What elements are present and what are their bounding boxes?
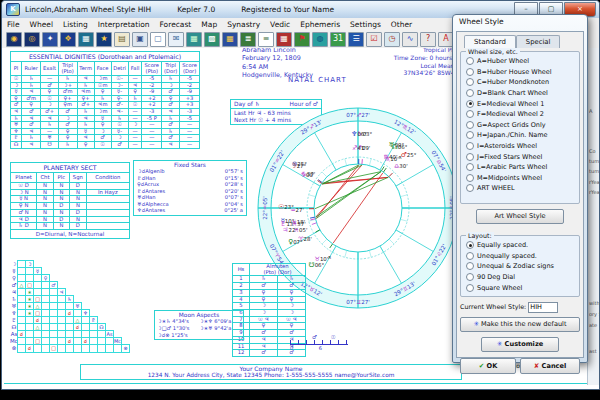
cell: — bbox=[142, 142, 162, 149]
essential-dignities-table: ESSENTIAL DIGNITIES (Dorothean and Ptole… bbox=[10, 51, 200, 149]
svg-text:♒27': ♒27' bbox=[290, 206, 304, 213]
menu-vedic[interactable]: Vedic bbox=[265, 20, 295, 29]
cancel-button[interactable]: ✘ Cancel bbox=[520, 358, 580, 374]
aspect-grid-icon[interactable]: ▦ bbox=[222, 32, 238, 47]
col-header: Tripl (Pto) bbox=[58, 62, 77, 76]
ok-button[interactable]: ✔ OK bbox=[460, 358, 516, 374]
menu-ephemeris[interactable]: Ephemeris bbox=[295, 20, 345, 29]
dialog-tabs: Standard Special bbox=[464, 35, 580, 48]
sect-title: PLANETARY SECT bbox=[10, 162, 130, 172]
new-page-icon[interactable]: ▢ bbox=[150, 32, 166, 47]
col-header: Ruler bbox=[22, 62, 41, 76]
chart-date: February 12, 1809 bbox=[242, 54, 313, 62]
page-list-icon[interactable]: ≡ bbox=[258, 32, 274, 47]
open-file-icon[interactable]: ▤ bbox=[114, 32, 130, 47]
option-b-huber-house-wheel[interactable]: B=Huber House Wheel bbox=[466, 67, 576, 78]
graph-icon[interactable]: ∿ bbox=[402, 32, 418, 47]
check-box-icon[interactable]: ☑ bbox=[366, 32, 382, 47]
menu-settings[interactable]: Settings bbox=[345, 20, 386, 29]
menu-file[interactable]: File bbox=[2, 20, 25, 29]
option-d-blank-chart-wheel[interactable]: D=Blank Chart Wheel bbox=[466, 88, 576, 99]
map-flag-icon[interactable]: ⚑ bbox=[294, 32, 310, 47]
cell bbox=[86, 196, 129, 203]
ruler-label-6: 6 bbox=[319, 345, 322, 351]
radio-icon bbox=[466, 110, 474, 118]
layout-90-deg-dial[interactable]: 90 Deg Dial bbox=[466, 272, 576, 283]
radio-icon bbox=[466, 153, 474, 161]
cell: D bbox=[70, 223, 87, 230]
list2-icon[interactable]: ☰ bbox=[348, 32, 364, 47]
cell: In Hayz bbox=[86, 189, 129, 196]
menu-other[interactable]: Other bbox=[386, 20, 417, 29]
option-e-medieval-wheel-1[interactable]: E=Medieval Wheel 1 bbox=[466, 98, 576, 109]
menu-map[interactable]: Map bbox=[196, 20, 222, 29]
red-grid-icon[interactable]: ▦ bbox=[276, 32, 292, 47]
help-icon[interactable]: ? bbox=[420, 32, 436, 47]
layout-square-wheel[interactable]: Square Wheel bbox=[466, 282, 576, 293]
cell: ♄ D bbox=[11, 223, 37, 230]
option-c-huber-mondknoten[interactable]: C=Huber Mondknoten bbox=[466, 77, 576, 88]
option-m-midpoints-wheel[interactable]: M=Midpoints Wheel bbox=[466, 173, 576, 184]
listing-icon[interactable]: ≣ bbox=[240, 32, 256, 47]
option-f-medieval-wheel-2[interactable]: F=Medieval Wheel 2 bbox=[466, 109, 576, 120]
company-address: 1234 N. Your Address City, State 12345 P… bbox=[81, 372, 461, 379]
layout-unequally-spaced-[interactable]: Unequally spaced. bbox=[466, 251, 576, 262]
layout-unequal-zodiac-signs[interactable]: Unequal & Zodiac signs bbox=[466, 261, 576, 272]
save-icon[interactable]: ▣ bbox=[132, 32, 148, 47]
tab-standard[interactable]: Standard bbox=[464, 35, 516, 48]
col-header: Cht bbox=[37, 173, 54, 183]
moon-aspects-table: Moon Aspects ☽∗♄ 4°34's☽∗♆ 6°09'a☽□♂ 1°3… bbox=[154, 310, 244, 340]
svg-text:☋06°: ☋06° bbox=[309, 261, 325, 269]
menu-interpretation[interactable]: Interpretation bbox=[93, 20, 155, 29]
star-chart-icon[interactable]: ★ bbox=[96, 32, 112, 47]
col-header: Exalt bbox=[41, 62, 58, 76]
wheel-style-dialog: Wheel Style Standard Special Wheel size,… bbox=[452, 14, 588, 363]
option-j-fixed-stars-wheel[interactable]: J=Fixed Stars Wheel bbox=[466, 151, 576, 162]
pattern-grid-icon[interactable]: ▩ bbox=[204, 32, 220, 47]
globe-icon[interactable]: ◍ bbox=[312, 32, 328, 47]
option-l-arabic-parts-wheel[interactable]: L=Arabic Parts Wheel bbox=[466, 162, 576, 173]
cell: ☋ bbox=[41, 142, 58, 149]
option-g-aspect-grids-only[interactable]: G=Aspect Grids Only bbox=[466, 120, 576, 131]
current-style-input[interactable] bbox=[528, 302, 558, 313]
company-name: Your Company Name bbox=[81, 365, 461, 372]
cell: ♃ bbox=[22, 142, 41, 149]
window-title: Lincoln,Abraham Wheel Style HIH bbox=[25, 5, 151, 14]
cross-icon: ✘ bbox=[534, 362, 540, 370]
check-icon: ✔ bbox=[479, 362, 485, 370]
make-default-button[interactable]: ✳ Make this the new default bbox=[460, 317, 580, 332]
option-i-asteroids-wheel[interactable]: I=Asteroids Wheel bbox=[466, 141, 576, 152]
pattern-wheel-icon[interactable]: ▦ bbox=[186, 32, 202, 47]
menu-forecast[interactable]: Forecast bbox=[155, 20, 197, 29]
svg-text:♐41': ♐41' bbox=[352, 144, 366, 151]
dialog-title: Wheel Style bbox=[453, 15, 587, 30]
fixed-stars-table: Fixed Stars ☽☌Algenib0°57' s♇☌Han0°15' s… bbox=[133, 160, 247, 216]
cell: ☉ bbox=[94, 142, 111, 149]
option-a-huber-wheel[interactable]: A=Huber Wheel bbox=[466, 56, 576, 67]
settings-line: Local Mean T bbox=[332, 62, 460, 70]
cell: ♀ bbox=[77, 142, 94, 149]
single-wheel-icon[interactable]: ◉ bbox=[6, 32, 22, 47]
customize-button[interactable]: ✳ Customize bbox=[481, 337, 559, 352]
tri-wheel-icon[interactable]: ✦ bbox=[42, 32, 58, 47]
quad-wheel-icon[interactable]: ❖ bbox=[60, 32, 76, 47]
layout-equally-spaced-[interactable]: Equally spaced. bbox=[466, 240, 576, 251]
ruler-glyph-1: ♂ bbox=[312, 334, 317, 340]
art-wheel-style-button[interactable]: Art Wheel Style bbox=[476, 209, 564, 224]
option-art-wheel[interactable]: ART WHEEL bbox=[466, 183, 576, 194]
bi-wheel-icon[interactable]: ◎ bbox=[24, 32, 40, 47]
moon-aspect-row: ☽∗♄ 4°34's☽∗♆ 6°09'a bbox=[157, 318, 241, 325]
option-h-japan-chin-name[interactable]: H=Japan./Chin. Name bbox=[466, 130, 576, 141]
chart-grid-icon[interactable]: ▦ bbox=[78, 32, 94, 47]
menu-listing[interactable]: Listing bbox=[58, 20, 93, 29]
layout-group: Layout: Equally spaced.Unequally spaced.… bbox=[460, 235, 580, 297]
clock-icon[interactable]: ◷ bbox=[384, 32, 400, 47]
radio-icon bbox=[466, 184, 474, 192]
calendar-icon[interactable]: 31 bbox=[330, 32, 346, 47]
tab-special[interactable]: Special bbox=[516, 35, 561, 48]
menu-synastry[interactable]: Synastry bbox=[222, 20, 265, 29]
menu-wheel[interactable]: Wheel bbox=[25, 20, 58, 29]
mail-icon[interactable]: ✉ bbox=[168, 32, 184, 47]
svg-text:07°♊27': 07°♊27' bbox=[346, 298, 370, 304]
dialog-actions: ✔ OK ✘ Cancel bbox=[460, 358, 580, 374]
